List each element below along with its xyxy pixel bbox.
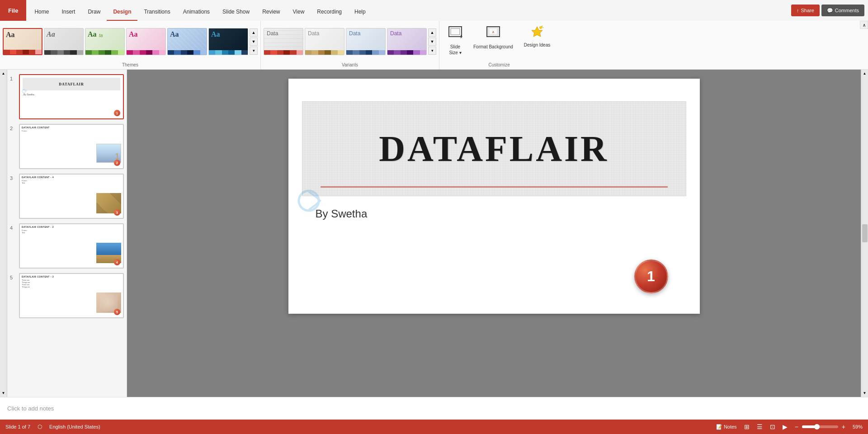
slide-1-number: 1 bbox=[10, 74, 16, 81]
view-reading-icon: ⊡ bbox=[770, 423, 775, 430]
format-background-icon: A bbox=[486, 26, 500, 41]
themes-scroll-up[interactable]: ▲ bbox=[250, 28, 258, 37]
slide-4-item[interactable]: 4 DATAFLAIR CONTENT - 2 Forem Text 4 bbox=[9, 222, 125, 269]
themes-scroll-down[interactable]: ▼ bbox=[250, 38, 258, 46]
theme-2[interactable]: Aa bbox=[44, 28, 84, 55]
title-bar: File Home Insert Draw Design Transitions… bbox=[0, 0, 868, 21]
slide-3-number: 3 bbox=[10, 174, 16, 181]
language-info: English (United States) bbox=[49, 424, 100, 429]
view-normal-icon: ⊞ bbox=[744, 423, 750, 430]
slide-3-thumb[interactable]: DATAFLAIR CONTENT - 4 Forem Text 3 bbox=[19, 174, 124, 219]
canvas-area: DATAFLAIR By Swetha 1 bbox=[127, 70, 861, 397]
panel-scroll-up[interactable]: ▲ bbox=[1, 71, 6, 76]
tab-design[interactable]: Design bbox=[107, 4, 137, 21]
ribbon: Aa Aa bbox=[0, 21, 868, 70]
theme-4[interactable]: Aa bbox=[126, 28, 166, 55]
comments-icon: 💬 bbox=[827, 8, 833, 14]
notes-placeholder: Click to add notes bbox=[7, 405, 54, 412]
slide-1-thumb[interactable]: DATAFLAIR By Swetha ⟳ 1 bbox=[19, 74, 124, 119]
slide-size-label: SlideSize ▾ bbox=[449, 44, 461, 56]
slide-1-badge: 1 bbox=[114, 110, 120, 116]
slide-3-badge: 3 bbox=[114, 209, 120, 216]
slide-3-item[interactable]: 3 DATAFLAIR CONTENT - 4 Forem Text 3 bbox=[9, 173, 125, 220]
tab-transitions[interactable]: Transitions bbox=[137, 4, 176, 21]
zoom-level: 59% bbox=[849, 424, 863, 429]
slide-2-badge: 2 bbox=[114, 160, 120, 166]
variant-2[interactable]: Data bbox=[305, 28, 344, 55]
file-menu[interactable]: File bbox=[0, 0, 26, 21]
svg-rect-1 bbox=[451, 28, 460, 35]
notes-bar[interactable]: Click to add notes bbox=[0, 397, 868, 420]
slide-size-icon bbox=[448, 26, 462, 41]
slide-1-item[interactable]: 1 DATAFLAIR By Swetha ⟳ 1 bbox=[9, 73, 125, 120]
zoom-slider[interactable] bbox=[802, 425, 838, 428]
view-reading-button[interactable]: ⊡ bbox=[768, 422, 777, 431]
right-scroll-down[interactable]: ▼ bbox=[862, 390, 868, 396]
variant-3[interactable]: Data bbox=[346, 28, 386, 55]
tab-review[interactable]: Review bbox=[256, 4, 286, 21]
zoom-out-button[interactable]: − bbox=[793, 422, 800, 431]
slide-5-item[interactable]: 5 DATAFLAIR CONTENT - 3 There are Things… bbox=[9, 272, 125, 319]
variants-scroll-more[interactable]: ▾ bbox=[428, 47, 436, 55]
format-background-label: Format Background bbox=[473, 44, 513, 50]
main-slide-subtitle: By Swetha bbox=[316, 208, 368, 220]
zoom-control: − + 59% bbox=[793, 422, 863, 431]
variants-label: Variants bbox=[264, 61, 436, 69]
comments-button[interactable]: 💬 Comments bbox=[821, 5, 864, 16]
variant-4[interactable]: Data bbox=[387, 28, 427, 55]
tab-help[interactable]: Help bbox=[348, 4, 372, 21]
themes-scroll: ▲ ▼ ▾ bbox=[250, 28, 258, 55]
slides-panel: 1 DATAFLAIR By Swetha ⟳ 1 bbox=[7, 70, 127, 397]
variants-scroll-down[interactable]: ▼ bbox=[428, 38, 436, 46]
tab-animations[interactable]: Animations bbox=[177, 4, 216, 21]
svg-text:A: A bbox=[492, 31, 495, 33]
title-bar-actions: ↑ Share 💬 Comments bbox=[791, 0, 868, 21]
design-ideas-button[interactable]: Design Ideas bbox=[520, 23, 554, 55]
view-outline-icon: ☰ bbox=[757, 423, 763, 430]
main-area: ▲ ▼ 1 DATAFLAIR By Swetha ⟳ bbox=[0, 70, 868, 397]
theme-5[interactable]: Aa bbox=[167, 28, 207, 55]
notes-label: Notes bbox=[724, 424, 737, 429]
slide-5-thumb[interactable]: DATAFLAIR CONTENT - 3 There are Things w… bbox=[19, 273, 124, 318]
themes-scroll-more[interactable]: ▾ bbox=[250, 47, 258, 55]
ribbon-collapse-button[interactable]: ∧ bbox=[860, 21, 868, 29]
variant-1[interactable]: Data bbox=[264, 28, 303, 55]
right-scroll-up[interactable]: ▲ bbox=[862, 71, 868, 76]
right-scroll-thumb[interactable] bbox=[862, 224, 868, 242]
tab-home[interactable]: Home bbox=[28, 4, 55, 21]
panel-scroll-down[interactable]: ▼ bbox=[1, 390, 6, 396]
slide-4-thumb[interactable]: DATAFLAIR CONTENT - 2 Forem Text 4 bbox=[19, 223, 124, 269]
tab-draw[interactable]: Draw bbox=[81, 4, 107, 21]
main-slide-title: DATAFLAIR bbox=[379, 128, 609, 170]
slide-info: Slide 1 of 7 bbox=[5, 424, 30, 429]
slide-2-thumb[interactable]: DATAFLAIR CONTENT Forem 1 2 bbox=[19, 124, 124, 169]
tab-recording[interactable]: Recording bbox=[311, 4, 348, 21]
view-slideshow-icon: ▶ bbox=[783, 423, 788, 430]
slide-4-number: 4 bbox=[10, 223, 16, 231]
slide-4-badge: 4 bbox=[114, 259, 120, 265]
theme-6[interactable]: Aa bbox=[208, 28, 248, 55]
tab-slideshow[interactable]: Slide Show bbox=[216, 4, 256, 21]
slide-2-item[interactable]: 2 DATAFLAIR CONTENT Forem 1 2 bbox=[9, 123, 125, 170]
view-slideshow-button[interactable]: ▶ bbox=[781, 422, 789, 431]
slide-5-badge: 5 bbox=[114, 309, 120, 315]
format-background-button[interactable]: A Format Background bbox=[469, 23, 517, 55]
themes-label: Themes bbox=[3, 61, 258, 69]
main-slide-canvas[interactable]: DATAFLAIR By Swetha 1 bbox=[288, 79, 700, 314]
slide-size-button[interactable]: SlideSize ▾ bbox=[444, 23, 467, 55]
view-normal-button[interactable]: ⊞ bbox=[742, 422, 751, 431]
share-button[interactable]: ↑ Share bbox=[791, 5, 820, 16]
share-icon: ↑ bbox=[797, 8, 799, 13]
status-right-area: 📝 Notes ⊞ ☰ ⊡ ▶ − + 59% bbox=[714, 422, 863, 431]
theme-3[interactable]: Aa ta bbox=[85, 28, 125, 55]
notes-toggle-button[interactable]: 📝 Notes bbox=[714, 423, 739, 431]
view-outline-button[interactable]: ☰ bbox=[755, 422, 764, 431]
slide-5-number: 5 bbox=[10, 273, 16, 280]
tab-view[interactable]: View bbox=[287, 4, 311, 21]
theme-1[interactable]: Aa bbox=[3, 28, 42, 55]
main-slide-badge: 1 bbox=[634, 259, 668, 293]
slide-title-underline bbox=[321, 186, 668, 188]
zoom-in-button[interactable]: + bbox=[840, 422, 847, 431]
variants-scroll-up[interactable]: ▲ bbox=[428, 28, 436, 37]
tab-insert[interactable]: Insert bbox=[55, 4, 81, 21]
